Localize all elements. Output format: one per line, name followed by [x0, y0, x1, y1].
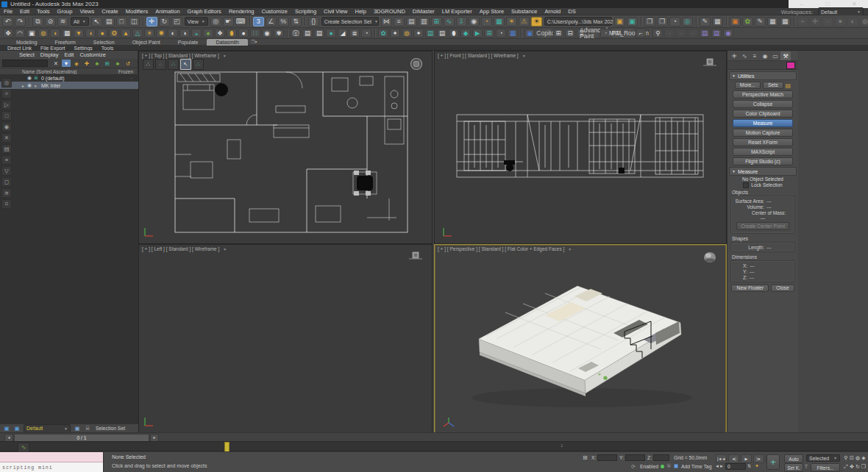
keyboard-override-icon[interactable]: ⌨ [235, 17, 246, 26]
expand-icon[interactable]: ⊞ [553, 29, 563, 37]
visibility-eye-icon[interactable]: ◉ [27, 75, 34, 81]
filter-containers-icon[interactable]: ≋ [1, 188, 12, 198]
viewport-filter-icon[interactable]: ▼ [522, 54, 526, 58]
previous-frame-arrow[interactable]: ◄ [4, 434, 13, 442]
viewport-filter-icon[interactable]: ▼ [223, 54, 227, 58]
key-filter-dropdown[interactable]: Selected▼ [806, 454, 840, 462]
menu-item[interactable]: Graph Editors [184, 8, 225, 15]
plugin-icon[interactable]: ▣ [614, 17, 625, 26]
previous-frame-button[interactable]: ◄| [728, 454, 739, 463]
bulb-gold-icon[interactable]: ◍ [402, 29, 412, 37]
new-floater-button[interactable]: New Floater [731, 285, 769, 292]
menu-item[interactable]: LM Exporter [438, 8, 476, 15]
percent-snap-icon[interactable]: % [278, 17, 289, 26]
tree-icon[interactable]: ♣ [113, 60, 122, 67]
zoom-extents-all-icon[interactable]: ◈ [861, 454, 867, 461]
set-keys-button[interactable]: + [766, 454, 780, 470]
spark-icon[interactable]: ✦ [413, 29, 424, 37]
ribbon-tab[interactable]: Object Paint [124, 39, 169, 46]
maxscript-button[interactable]: MAXScript [733, 148, 793, 156]
menu-item[interactable]: Views [76, 8, 98, 15]
schematic-view-icon[interactable]: ⇩ [456, 17, 467, 26]
go-to-start-button[interactable]: |◄◄ [716, 454, 727, 463]
menu-item[interactable]: Substance [508, 8, 541, 15]
layer-window-icon[interactable]: ▣ [2, 425, 11, 432]
corner-icon[interactable]: ◢ [338, 29, 348, 37]
tab-motion[interactable]: ◉ [760, 51, 770, 60]
layer-explorer-icon[interactable]: ▤ [406, 17, 417, 26]
menu-item[interactable]: Help [351, 8, 369, 15]
dots-icon[interactable]: ∷ [250, 29, 260, 37]
doc-teal-icon[interactable]: ▤ [425, 29, 435, 37]
viewport-filter-icon[interactable]: ▼ [568, 247, 572, 251]
z-coord-field[interactable] [653, 454, 669, 461]
selection-filter-dropdown[interactable]: All▼ [71, 17, 89, 26]
material-editor-icon[interactable]: ◉ [469, 17, 480, 26]
maximize-button[interactable]: □ [825, 1, 829, 7]
explorer-menu-item[interactable]: Edit [61, 51, 77, 58]
next-frame-button[interactable]: |► [753, 454, 764, 463]
unlink-selection-icon[interactable]: ⊘ [45, 17, 56, 26]
object-row-mk-inter[interactable]: ▸ ◉ ● MK Inter · [0, 82, 138, 89]
visibility-eye-icon[interactable]: ◉ [27, 82, 34, 88]
grid-tool-icon[interactable]: ▦ [767, 17, 778, 26]
explorer-menu-item[interactable]: Select [16, 51, 38, 58]
tab-modify[interactable]: ∿ [739, 51, 750, 60]
explorer-menu-item[interactable]: Display [38, 51, 62, 58]
pan-icon[interactable]: ✥ [849, 463, 855, 470]
disabled-dot-icon[interactable]: ∙ [688, 29, 698, 37]
close-button[interactable]: ✕ [852, 1, 857, 7]
warning-icon[interactable]: ⚠ [519, 17, 530, 26]
hand-icon[interactable]: ❖ [215, 29, 225, 37]
menu-item[interactable]: File [0, 8, 16, 15]
grid-tool-icon[interactable]: ▦ [712, 17, 723, 26]
track-bar[interactable]: ∿ 1 [0, 441, 868, 451]
spark-icon[interactable]: ✦ [390, 29, 400, 37]
wheel-icon[interactable]: ❂ [109, 29, 119, 37]
eye-icon[interactable]: ◉ [262, 29, 272, 37]
color-clipboard-button[interactable]: Color Clipboard [733, 110, 793, 118]
frozen-dot[interactable]: · [131, 83, 132, 88]
tree-icon[interactable]: ♠ [203, 29, 213, 37]
blob-teal-icon[interactable]: ● [326, 29, 336, 37]
mw-roofgen-label[interactable]: MW_RoofGen [624, 29, 634, 37]
filter-bones-icon[interactable]: ◻ [1, 177, 12, 187]
snap-cursor-icon[interactable]: ↖ [180, 59, 191, 70]
orbit-sphere-gizmo[interactable] [702, 251, 717, 264]
viewport-left[interactable]: [ + ] [ Left ] [ Standard ] [ Wireframe … [138, 244, 433, 434]
filter-all-icon[interactable]: ◎ [1, 78, 12, 87]
project-path-dropdown[interactable]: C:\Users\poly...\3ds Max 202▼ [544, 17, 612, 26]
hierarchy-tree-icon[interactable]: ♣ [93, 60, 102, 67]
blue-tile-icon[interactable]: ▣ [524, 29, 535, 37]
arc-tool-icon[interactable]: ◠ [15, 29, 25, 37]
tab-display[interactable]: ▭ [770, 51, 780, 60]
disabled-dot-icon[interactable]: ∙ [664, 29, 675, 37]
redo-icon[interactable]: ↷ [15, 17, 26, 26]
key-filter-icon[interactable]: Ƭ [805, 464, 808, 469]
ribbon-tab[interactable]: Selection [85, 39, 124, 46]
set-key-button[interactable]: Set K. [784, 463, 803, 472]
sun-icon[interactable]: ☀ [144, 29, 154, 37]
container-icon[interactable]: ⊞ [103, 60, 112, 67]
mirror-icon[interactable]: ⋈ [381, 17, 392, 26]
tab-utilities[interactable]: ⚒ [780, 51, 791, 60]
menu-item[interactable]: Civil View [320, 8, 351, 15]
next-frame-arrow[interactable]: ► [150, 434, 159, 442]
disabled-tool-icon[interactable]: ⌁ [797, 17, 808, 26]
create-center-point-button[interactable]: Create Center Point [736, 222, 789, 230]
snap-grid-points-icon[interactable]: ∴ [143, 59, 154, 70]
disabled-tool-icon[interactable]: ◐ [847, 17, 858, 26]
swirl-icon[interactable]: ✾ [274, 29, 284, 37]
menu-item[interactable]: Group [54, 8, 77, 15]
zoom-icon[interactable]: ⚲ [843, 454, 849, 461]
ribbon-tab[interactable]: Modeling [7, 39, 46, 46]
state-sets-icon[interactable]: ◔ [669, 17, 680, 26]
maxscript-mini-listener[interactable]: scripting mini [0, 452, 104, 472]
menu-item[interactable]: Modifiers [122, 8, 152, 15]
copitor-label[interactable]: Copitor [541, 29, 552, 37]
sphere-white-icon[interactable]: ● [238, 29, 249, 37]
collapse-button[interactable]: Collapse [733, 100, 793, 108]
play-teal-icon[interactable]: ▶ [472, 29, 483, 37]
named-sets-window-icon[interactable]: ▣ [73, 425, 82, 432]
select-and-rotate-icon[interactable]: ↻ [159, 17, 170, 26]
